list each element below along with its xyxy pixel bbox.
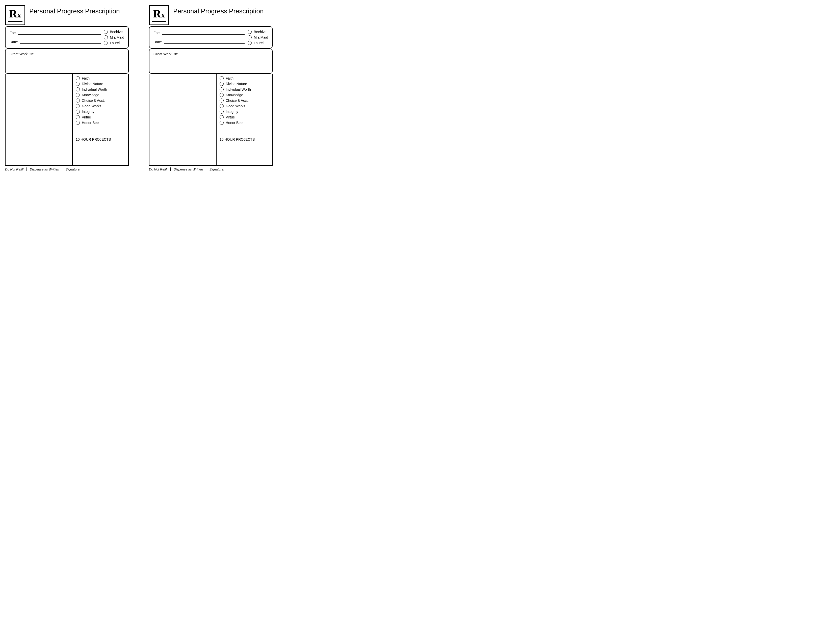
value-label: Honor Bee: [82, 121, 99, 125]
for-input-line[interactable]: [162, 31, 244, 35]
class-checkboxes: BeehiveMia MaidLaurel: [248, 30, 268, 45]
value-label: Faith: [82, 76, 90, 80]
value-circle-icon: [220, 76, 224, 80]
value-label: Good Works: [82, 104, 101, 108]
header: Rx Personal Progress Prescription: [149, 5, 273, 25]
value-circle-icon: [76, 93, 80, 97]
column-divider: [136, 5, 142, 171]
for-date-box: For:Date:BeehiveMia MaidLaurel: [149, 26, 273, 48]
value-row-2[interactable]: Individual Worth: [220, 87, 269, 92]
rx-r: R: [9, 8, 18, 19]
great-work-box: Great Work On:: [5, 48, 129, 74]
value-label: Honor Bee: [226, 121, 243, 125]
date-input-line[interactable]: [20, 40, 101, 44]
circle-icon: [248, 30, 252, 34]
header: Rx Personal Progress Prescription: [5, 5, 129, 25]
header-title: Personal Progress Prescription: [29, 5, 120, 16]
value-circle-icon: [220, 93, 224, 97]
class-checkbox-2[interactable]: Laurel: [104, 41, 124, 45]
class-checkbox-2[interactable]: Laurel: [248, 41, 268, 45]
rx-r: R: [153, 8, 161, 19]
values-list: FaithDivine NatureIndividual WorthKnowle…: [73, 74, 128, 135]
rx-symbol: Rx: [153, 8, 165, 22]
value-circle-icon: [220, 82, 224, 86]
date-label: Date:: [153, 40, 162, 44]
hour-projects-row: 10 HOUR PROJECTS: [150, 135, 272, 165]
value-circle-icon: [220, 115, 224, 119]
value-circle-icon: [220, 87, 224, 92]
class-checkboxes: BeehiveMia MaidLaurel: [104, 30, 124, 45]
date-row: Date:: [10, 40, 101, 44]
value-row-5[interactable]: Good Works: [76, 104, 125, 108]
value-row-6[interactable]: Integrity: [76, 109, 125, 114]
value-row-4[interactable]: Choice & Acct.: [220, 98, 269, 103]
rx-symbol: Rx: [9, 8, 21, 22]
class-label: Beehive: [254, 30, 267, 34]
for-input-line[interactable]: [18, 31, 101, 35]
class-label: Mia Maid: [254, 35, 268, 39]
hour-projects-left: [6, 135, 73, 165]
circle-icon: [248, 35, 252, 39]
hour-projects-row: 10 HOUR PROJECTS: [6, 135, 128, 165]
rx-logo: Rx: [149, 5, 169, 25]
value-row-3[interactable]: Knowledge: [76, 93, 125, 97]
value-label: Knowledge: [82, 93, 99, 97]
circle-icon: [104, 35, 108, 39]
value-row-2[interactable]: Individual Worth: [76, 87, 125, 92]
great-work-label: Great Work On:: [153, 52, 268, 56]
value-label: Divine Nature: [82, 82, 103, 86]
class-checkbox-0[interactable]: Beehive: [248, 30, 268, 34]
hour-projects-label: 10 HOUR PROJECTS: [76, 137, 125, 142]
bottom-top-row: FaithDivine NatureIndividual WorthKnowle…: [6, 74, 128, 135]
rx-underline: [8, 21, 23, 22]
hour-projects-label: 10 HOUR PROJECTS: [220, 137, 269, 142]
class-checkbox-1[interactable]: Mia Maid: [248, 35, 268, 39]
for-label: For:: [153, 31, 160, 35]
for-date-box: For:Date:BeehiveMia MaidLaurel: [5, 26, 129, 48]
value-label: Integrity: [226, 109, 238, 114]
value-row-8[interactable]: Honor Bee: [76, 121, 125, 125]
value-row-0[interactable]: Faith: [76, 76, 125, 80]
value-circle-icon: [76, 104, 80, 108]
value-circle-icon: [76, 115, 80, 119]
footer: Do Not RefillDispense as WrittenSignatur…: [5, 166, 129, 171]
value-row-3[interactable]: Knowledge: [220, 93, 269, 97]
bottom-section: FaithDivine NatureIndividual WorthKnowle…: [5, 74, 129, 166]
value-row-0[interactable]: Faith: [220, 76, 269, 80]
prescription-card-0: Rx Personal Progress PrescriptionFor:Dat…: [5, 5, 129, 171]
bottom-left-area: [6, 74, 73, 135]
value-label: Choice & Acct.: [226, 98, 249, 103]
value-label: Individual Worth: [226, 87, 251, 92]
bottom-top-row: FaithDivine NatureIndividual WorthKnowle…: [150, 74, 272, 135]
value-label: Individual Worth: [82, 87, 107, 92]
class-checkbox-1[interactable]: Mia Maid: [104, 35, 124, 39]
class-label: Laurel: [110, 41, 120, 45]
for-row: For:: [10, 31, 101, 35]
great-work-label: Great Work On:: [10, 52, 124, 56]
value-row-8[interactable]: Honor Bee: [220, 121, 269, 125]
value-circle-icon: [76, 109, 80, 114]
value-circle-icon: [76, 98, 80, 103]
value-row-7[interactable]: Virtue: [220, 115, 269, 119]
value-row-5[interactable]: Good Works: [220, 104, 269, 108]
footer: Do Not RefillDispense as WrittenSignatur…: [149, 166, 273, 171]
for-label: For:: [10, 31, 16, 35]
circle-icon: [104, 41, 108, 45]
date-input-line[interactable]: [164, 40, 244, 44]
class-checkbox-0[interactable]: Beehive: [104, 30, 124, 34]
date-row: Date:: [153, 40, 244, 44]
value-label: Integrity: [82, 109, 95, 114]
value-circle-icon: [76, 121, 80, 125]
value-row-1[interactable]: Divine Nature: [76, 82, 125, 86]
circle-icon: [104, 30, 108, 34]
prescription-card-1: Rx Personal Progress PrescriptionFor:Dat…: [149, 5, 273, 171]
value-row-4[interactable]: Choice & Acct.: [76, 98, 125, 103]
footer-item-2: Signature:: [65, 167, 83, 171]
footer-item-0: Do Not Refill: [5, 167, 27, 171]
value-row-7[interactable]: Virtue: [76, 115, 125, 119]
value-row-6[interactable]: Integrity: [220, 109, 269, 114]
value-row-1[interactable]: Divine Nature: [220, 82, 269, 86]
footer-item-0: Do Not Refill: [149, 167, 170, 171]
value-label: Good Works: [226, 104, 245, 108]
hour-projects-label-area: 10 HOUR PROJECTS: [217, 135, 272, 165]
